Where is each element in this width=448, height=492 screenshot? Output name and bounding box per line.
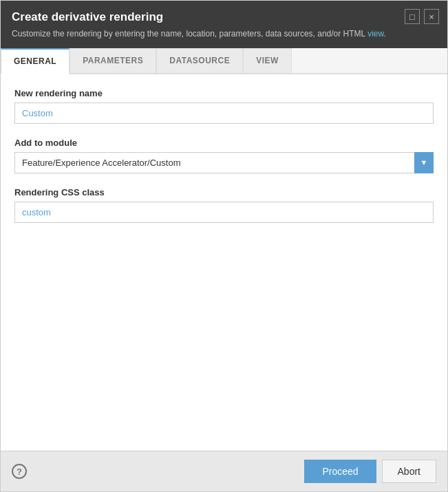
proceed-button[interactable]: Proceed [304, 460, 376, 483]
css-class-group: Rendering CSS class [14, 187, 434, 223]
close-button[interactable]: × [424, 9, 439, 24]
create-derivative-rendering-dialog: Create derivative rendering Customize th… [0, 0, 448, 492]
maximize-button[interactable]: □ [405, 9, 420, 24]
add-to-module-label: Add to module [14, 138, 434, 148]
dialog-body: New rendering name Add to module Feature… [1, 74, 447, 451]
rendering-name-label: New rendering name [14, 88, 434, 98]
add-to-module-group: Add to module Feature/Experience Acceler… [14, 138, 434, 173]
tab-view[interactable]: VIEW [243, 48, 292, 73]
dialog-title: Create derivative rendering [12, 10, 436, 24]
rendering-name-group: New rendering name [14, 88, 434, 124]
tab-datasource[interactable]: DATASOURCE [156, 48, 243, 73]
abort-button[interactable]: Abort [382, 460, 436, 483]
tab-general[interactable]: GENERAL [1, 48, 70, 74]
css-class-input[interactable] [14, 202, 434, 223]
subtitle-period: . [384, 29, 386, 39]
subtitle-link[interactable]: view [367, 29, 383, 39]
add-to-module-select-wrapper: Feature/Experience Accelerator/Custom ▼ [14, 152, 434, 173]
dialog-footer: ? Proceed Abort [1, 451, 447, 491]
dialog-header-buttons: □ × [405, 9, 439, 24]
tab-bar: GENERAL PARAMETERS DATASOURCE VIEW [1, 48, 447, 74]
footer-left: ? [12, 464, 27, 479]
dialog-header: Create derivative rendering Customize th… [1, 1, 447, 48]
css-class-label: Rendering CSS class [14, 187, 434, 197]
dialog-subtitle: Customize the rendering by entering the … [12, 28, 397, 40]
add-to-module-select[interactable]: Feature/Experience Accelerator/Custom [14, 152, 434, 173]
help-button[interactable]: ? [12, 464, 27, 479]
subtitle-text: Customize the rendering by entering the … [12, 29, 365, 39]
footer-buttons: Proceed Abort [304, 460, 436, 483]
tab-parameters[interactable]: PARAMETERS [70, 48, 156, 73]
rendering-name-input[interactable] [14, 103, 434, 124]
